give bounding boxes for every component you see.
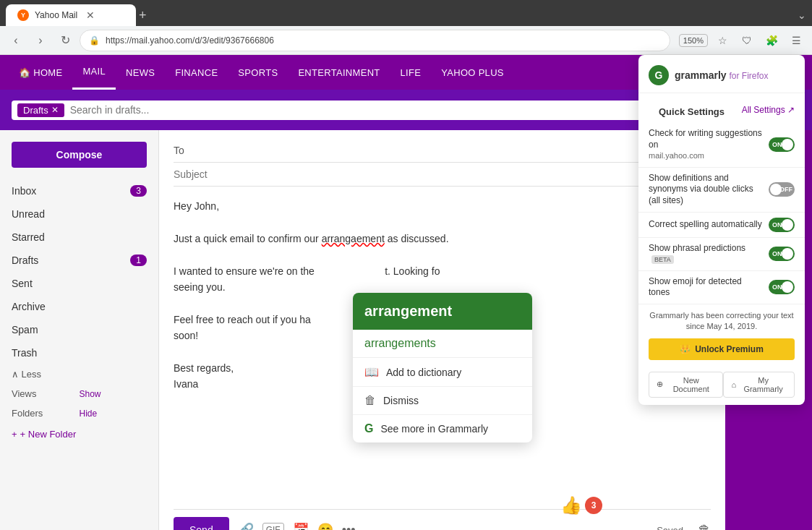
nav-home[interactable]: 🏠 HOME (9, 55, 72, 90)
quick-settings-title: Quick Settings (649, 99, 735, 120)
plus-doc-icon: ⊕ (657, 380, 663, 389)
sidebar-item-archive[interactable]: Archive (0, 295, 158, 318)
drafts-label: Drafts (12, 255, 130, 266)
nav-life[interactable]: LIFE (390, 55, 432, 90)
sidebar-item-drafts[interactable]: Drafts 1 (0, 249, 158, 272)
misspelled-word[interactable]: arrangaement (322, 233, 385, 244)
emoji-icon[interactable]: 😊 (317, 522, 333, 530)
less-section-header[interactable]: ∧ Less (0, 364, 158, 384)
grammarly-context-icon: G (364, 422, 373, 435)
sidebar-item-spam[interactable]: Spam (0, 318, 158, 341)
definitions-toggle[interactable]: OFF (769, 182, 795, 197)
setting-emoji-tones: Show emoji for detected tones ON (638, 271, 805, 304)
new-folder-label: + New Folder (20, 429, 77, 440)
nav-finance[interactable]: FINANCE (165, 55, 228, 90)
reload-button[interactable]: ↻ (55, 30, 75, 51)
plus-icon: + (12, 429, 17, 440)
views-action[interactable]: Show (80, 389, 148, 399)
send-button[interactable]: Send (174, 517, 229, 530)
dismiss-icon: 🗑 (364, 394, 376, 407)
nav-entertainment[interactable]: ENTERTAINMENT (288, 55, 390, 90)
toolbar-right: 150% ☆ 🛡 🧩 ☰ (679, 30, 806, 51)
search-tag-input[interactable]: Drafts ✕ (12, 101, 710, 120)
body-greeting: Hey John, (174, 198, 711, 214)
all-settings-link[interactable]: All Settings ↗ (742, 105, 795, 115)
grammarly-panel: G grammarly for Firefox Quick Settings A… (638, 55, 805, 405)
grammarly-subtitle: for Firefox (729, 71, 768, 81)
sidebar-item-trash[interactable]: Trash (0, 341, 158, 364)
sidebar-item-starred[interactable]: Starred (0, 226, 158, 249)
nav-mail[interactable]: MAIL (72, 55, 116, 90)
archive-label: Archive (12, 301, 147, 312)
search-tag: Drafts ✕ (17, 103, 64, 117)
new-document-button[interactable]: ⊕ New Document (649, 372, 723, 398)
grammarly-title: grammarly (675, 69, 727, 81)
grammarly-brand: grammarly for Firefox (675, 69, 769, 81)
footer-icons: 🔗 GIF 📅 😊 ••• (238, 522, 356, 530)
tab-title: Yahoo Mail (35, 10, 77, 20)
emoji-tones-toggle[interactable]: ON (769, 280, 795, 294)
nav-sports[interactable]: SPORTS (228, 55, 288, 90)
body-line1: Just a quick email to confirm our arrang… (174, 231, 711, 247)
body-line2: I wanted to ensure we're on the t. Looki… (174, 263, 711, 279)
beta-badge: BETA (651, 255, 674, 264)
new-folder-button[interactable]: + + New Folder (0, 423, 158, 445)
delete-button[interactable]: 🗑 (698, 523, 711, 531)
url-text: https://mail.yahoo.com/d/3/edit/93676668… (106, 35, 274, 46)
browser-chrome: Y Yahoo Mail ✕ + ⌄ ‹ › ↻ 🔒 https://mail.… (0, 0, 812, 55)
search-input[interactable] (70, 104, 705, 116)
browser-tab[interactable]: Y Yahoo Mail ✕ (6, 4, 136, 26)
sidebar-item-sent[interactable]: Sent (0, 272, 158, 295)
more-options-icon[interactable]: ••• (342, 523, 356, 531)
folders-action[interactable]: Hide (80, 409, 148, 419)
link-icon[interactable]: 🔗 (238, 522, 254, 530)
correct-spelling-toggle[interactable]: ON (769, 218, 795, 232)
add-to-dictionary-item[interactable]: 📖 Add to dictionary (353, 358, 532, 387)
zoom-level[interactable]: 150% (679, 34, 708, 47)
subject-input[interactable] (174, 168, 711, 180)
nav-yahoo-plus[interactable]: YAHOO PLUS (431, 55, 514, 90)
primary-suggestion[interactable]: arrangement (353, 293, 532, 330)
menu-button[interactable]: ☰ (786, 30, 806, 51)
correcting-text: Grammarly has been correcting your text … (649, 310, 795, 333)
writing-suggestions-toggle[interactable]: ON (769, 137, 795, 152)
setting-label-2: Show definitions and synonyms via double… (649, 173, 763, 207)
calendar-icon[interactable]: 📅 (293, 522, 309, 530)
shield-button[interactable]: 🛡 (737, 30, 757, 51)
alt-suggestion[interactable]: arrangements (353, 330, 532, 358)
emoji-reaction: 👍 3 (560, 495, 602, 516)
back-button[interactable]: ‹ (6, 30, 26, 51)
nav-news[interactable]: NEWS (116, 55, 165, 90)
views-label: Views (12, 388, 80, 399)
unread-label: Unread (12, 208, 147, 220)
unlock-premium-button[interactable]: 👑 Unlock Premium (649, 338, 795, 360)
grammarly-panel-header: G grammarly for Firefox (638, 55, 805, 93)
add-to-dictionary-label: Add to dictionary (386, 367, 461, 378)
to-label: To (174, 145, 217, 156)
extensions-button[interactable]: 🧩 (761, 30, 782, 51)
tone-count-badge: 3 (585, 497, 602, 514)
grammarly-actions: ⊕ New Document ⌂ My Grammarly (638, 366, 805, 405)
setting-phrasal-predictions: Show phrasal predictions BETA ON (638, 238, 805, 271)
see-more-grammarly-item[interactable]: G See more in Grammarly (353, 415, 532, 443)
tab-close-button[interactable]: ✕ (86, 9, 95, 21)
phrasal-predictions-toggle[interactable]: ON (769, 247, 795, 261)
new-doc-label: New Document (667, 376, 715, 393)
forward-button[interactable]: › (30, 30, 51, 51)
address-bar[interactable]: 🔒 https://mail.yahoo.com/d/3/edit/936766… (80, 30, 670, 51)
gif-icon[interactable]: GIF (262, 523, 284, 530)
views-section-header: Views Show (0, 384, 158, 403)
sidebar-item-unread[interactable]: Unread (0, 202, 158, 226)
my-grammarly-button[interactable]: ⌂ My Grammarly (723, 372, 795, 398)
setting-label-3: Correct spelling automatically (649, 219, 763, 231)
dictionary-icon: 📖 (364, 365, 379, 379)
dismiss-item[interactable]: 🗑 Dismiss (353, 387, 532, 415)
compose-button[interactable]: Compose (12, 142, 147, 168)
bookmark-button[interactable]: ☆ (712, 30, 732, 51)
search-tag-remove[interactable]: ✕ (51, 105, 59, 115)
new-tab-button[interactable]: + (139, 8, 147, 23)
tab-bar: Y Yahoo Mail ✕ + ⌄ (0, 0, 812, 26)
grammarly-logo: G (649, 65, 669, 85)
sidebar-item-inbox[interactable]: Inbox 3 (0, 179, 158, 202)
tab-overflow-button[interactable]: ⌄ (798, 9, 806, 21)
